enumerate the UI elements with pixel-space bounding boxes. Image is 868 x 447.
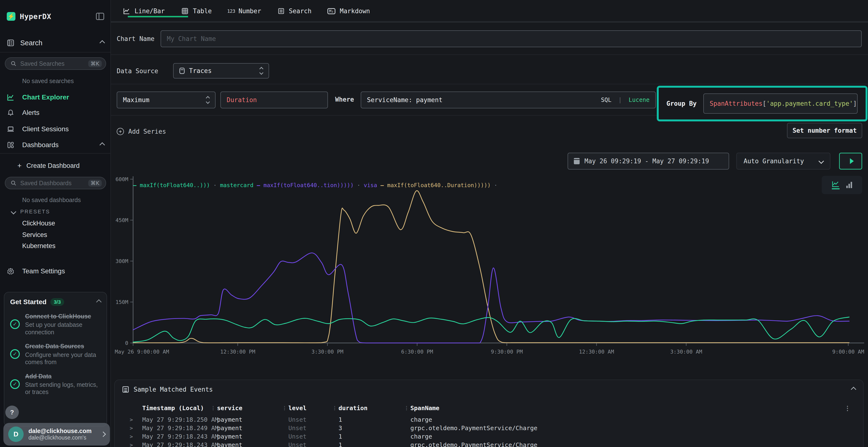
query-language-toggle[interactable]: SQL | Lucene bbox=[601, 97, 650, 103]
user-email: dale@clickhouse.com bbox=[28, 427, 92, 435]
column-drag-icon[interactable]: ⋮ bbox=[282, 405, 287, 411]
cell-service: payment bbox=[217, 424, 242, 432]
svg-text:9:00:00 AM: 9:00:00 AM bbox=[832, 349, 864, 355]
table-menu-icon[interactable]: ⋮ bbox=[844, 405, 850, 412]
sidebar-item-chart-explorer[interactable]: Chart Explorer bbox=[0, 91, 111, 104]
no-saved-searches: No saved searches bbox=[22, 77, 74, 84]
row-expand-icon[interactable]: > bbox=[130, 425, 133, 431]
get-started-item[interactable]: ✓ Connect to ClickHouse Set up your data… bbox=[10, 313, 101, 336]
tab-number[interactable]: 123 Number bbox=[227, 5, 261, 18]
chart-name-input[interactable]: My Chart Name bbox=[161, 30, 862, 47]
sidebar-item-client-sessions[interactable]: Client Sessions bbox=[0, 122, 111, 136]
app-title: HyperDX bbox=[20, 12, 51, 21]
avatar: D bbox=[8, 426, 24, 442]
create-dashboard-label: Create Dashboard bbox=[27, 162, 80, 170]
svg-text:6:30:00 PM: 6:30:00 PM bbox=[401, 349, 433, 355]
preset-services[interactable]: Services bbox=[22, 231, 47, 239]
laptop-icon bbox=[7, 125, 14, 133]
data-source-value: Traces bbox=[189, 67, 212, 74]
set-number-format-button[interactable]: Set number format bbox=[787, 123, 862, 138]
sidebar-item-label: Chart Explorer bbox=[22, 94, 69, 101]
col-header-duration[interactable]: duration bbox=[339, 405, 368, 412]
column-drag-icon[interactable]: ⋮ bbox=[404, 405, 409, 411]
cell-duration: 1 bbox=[339, 433, 342, 440]
preset-clickhouse[interactable]: ClickHouse bbox=[22, 220, 55, 227]
saved-dashboards-input[interactable]: Saved Dashboards ⌘K bbox=[5, 177, 106, 189]
get-started-item-desc: Start sending logs, metrics, or traces bbox=[25, 381, 101, 396]
sidebar-search-title: Search bbox=[20, 39, 42, 47]
aggregation-select[interactable]: Maximum bbox=[117, 92, 216, 108]
user-menu[interactable]: D dale@clickhouse.com dale@clickhouse.co… bbox=[3, 423, 110, 446]
legend-series-label[interactable]: maxIf(toFloat640..))) bbox=[140, 182, 210, 188]
sidebar-item-alerts[interactable]: Alerts bbox=[0, 106, 111, 119]
table-row[interactable]: > May 27 9:29:18.249 AM payment Unset 3 … bbox=[123, 424, 856, 433]
row-expand-icon[interactable]: > bbox=[130, 434, 133, 440]
events-table-header: Timestamp (Local) ⋮ service ⋮ level ⋮ du… bbox=[123, 405, 856, 416]
date-range-input[interactable]: May 26 09:29:19 - May 27 09:29:19 bbox=[567, 153, 729, 170]
get-started-item[interactable]: ✓ Add Data Start sending logs, metrics, … bbox=[10, 373, 101, 396]
get-started-title: Get Started bbox=[10, 298, 46, 306]
legend-series-label[interactable]: maxIf(toFloat640..tion))))) bbox=[264, 182, 354, 188]
tab-line-bar[interactable]: Line/Bar bbox=[123, 5, 165, 18]
chevron-up-icon[interactable] bbox=[100, 142, 105, 148]
field-input[interactable]: Duration bbox=[220, 92, 328, 108]
get-started-item-title: Connect to ClickHouse bbox=[25, 313, 101, 320]
row-expand-icon[interactable]: > bbox=[130, 417, 133, 423]
tab-search[interactable]: Search bbox=[278, 5, 311, 18]
col-header-spanname[interactable]: SpanName bbox=[410, 405, 439, 412]
row-expand-icon[interactable]: > bbox=[130, 442, 133, 447]
granularity-select[interactable]: Auto Granularity bbox=[736, 153, 830, 170]
legend-group-label[interactable]: visa bbox=[364, 182, 377, 188]
cell-spanname: grpc.oteldemo.PaymentService/Charge bbox=[410, 424, 537, 432]
table-row[interactable]: > May 27 9:29:18.250 AM payment Unset 1 … bbox=[123, 416, 856, 424]
tab-markdown[interactable]: M↓ Markdown bbox=[328, 5, 370, 18]
column-drag-icon[interactable]: ⋮ bbox=[332, 405, 337, 411]
add-series-label: Add Series bbox=[128, 128, 166, 135]
saved-dashboards-placeholder: Saved Dashboards bbox=[20, 180, 72, 187]
granularity-value: Auto Granularity bbox=[744, 158, 804, 165]
legend-group-label[interactable]: mastercard bbox=[220, 182, 253, 188]
group-by-highlight-annotation: Group By SpanAttributes['app.payment.car… bbox=[657, 86, 868, 122]
chart-legend[interactable]: — maxIf(toFloat640..))) · mastercard — m… bbox=[133, 182, 501, 188]
tab-table[interactable]: Table bbox=[181, 5, 212, 18]
search-icon bbox=[10, 180, 17, 186]
legend-line-sample: — bbox=[257, 182, 260, 188]
chevron-up-icon[interactable] bbox=[100, 40, 105, 46]
view-tabs: Line/Bar Table 123 Number Search M↓ Mark… bbox=[111, 0, 868, 23]
sql-option[interactable]: SQL bbox=[601, 97, 612, 103]
group-by-input[interactable]: SpanAttributes['app.payment.card_type'] bbox=[703, 94, 858, 114]
chevron-up-icon[interactable] bbox=[96, 299, 102, 305]
presets-header[interactable]: PRESETS bbox=[11, 209, 50, 215]
sidebar-item-team-settings[interactable]: Team Settings bbox=[0, 265, 111, 278]
collapse-panel-icon[interactable] bbox=[851, 387, 857, 392]
sidebar-item-dashboards[interactable]: Dashboards bbox=[0, 138, 111, 152]
col-header-service[interactable]: service bbox=[217, 405, 242, 412]
lucene-option[interactable]: Lucene bbox=[628, 97, 650, 103]
saved-searches-input[interactable]: Saved Searches ⌘K bbox=[5, 57, 106, 70]
cell-duration: 3 bbox=[339, 424, 342, 432]
svg-text:12:30:00 PM: 12:30:00 PM bbox=[220, 349, 255, 355]
column-drag-icon[interactable]: ⋮ bbox=[211, 405, 216, 411]
table-row[interactable]: > May 27 9:29:18.243 AM payment Unset 1 … bbox=[123, 433, 856, 442]
create-dashboard-button[interactable]: + Create Dashboard bbox=[0, 159, 111, 172]
preset-kubernetes[interactable]: Kubernetes bbox=[22, 242, 56, 250]
sidebar-collapse-icon[interactable] bbox=[96, 13, 104, 20]
chart-svg: 0150M300M450M600MMay 26 9:00:00 AM12:30:… bbox=[111, 173, 868, 366]
timeseries-chart[interactable]: 0150M300M450M600MMay 26 9:00:00 AM12:30:… bbox=[111, 173, 868, 366]
table-row[interactable]: > May 27 9:29:18.243 AM payment Unset 1 … bbox=[123, 442, 856, 447]
col-header-level[interactable]: level bbox=[288, 405, 306, 412]
get-started-item[interactable]: ✓ Create Data Sources Configure where yo… bbox=[10, 342, 101, 366]
field-value: Duration bbox=[227, 96, 257, 104]
shortcut-badge: ⌘K bbox=[88, 180, 102, 187]
legend-series-label[interactable]: maxIf(toFloat640..Duration))))) bbox=[387, 182, 491, 188]
get-started-card: Get Started 3/3 ✓ Connect to ClickHouse … bbox=[4, 292, 107, 427]
plus-circle-icon: + bbox=[117, 128, 124, 135]
data-source-select[interactable]: Traces bbox=[173, 63, 269, 78]
sidebar: ⚡ HyperDX Search Saved Searches ⌘K No sa… bbox=[0, 0, 111, 447]
where-input[interactable]: ServiceName: payment SQL | Lucene bbox=[361, 92, 656, 108]
run-query-button[interactable] bbox=[839, 153, 862, 170]
col-header-timestamp[interactable]: Timestamp (Local) bbox=[142, 405, 204, 412]
help-button[interactable]: ? bbox=[5, 406, 19, 419]
sidebar-section-search[interactable]: Search bbox=[0, 36, 111, 50]
add-series-button[interactable]: + Add Series bbox=[117, 126, 166, 137]
